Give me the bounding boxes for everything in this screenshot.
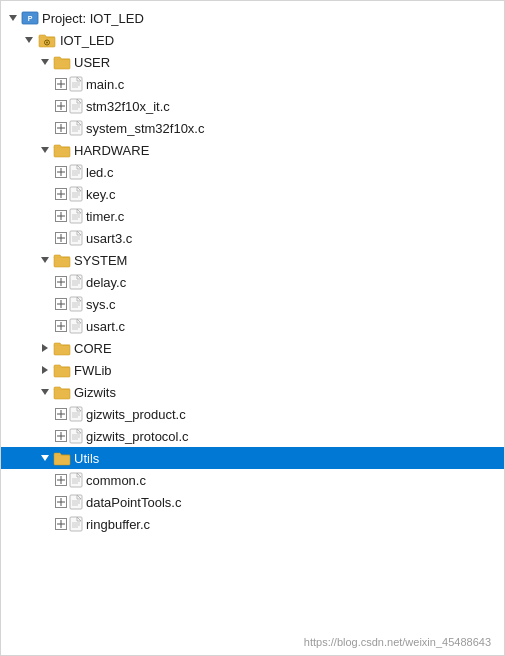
folder-icon [53, 252, 71, 268]
svg-rect-26 [70, 121, 82, 135]
tree-item-sys_c[interactable]: sys.c [1, 293, 504, 315]
expand-icon[interactable] [53, 186, 69, 202]
svg-rect-115 [70, 495, 82, 509]
tree-item-core[interactable]: CORE [1, 337, 504, 359]
tree-item-common_c[interactable]: common.c [1, 469, 504, 491]
expand-icon[interactable] [21, 32, 37, 48]
file-icon [69, 296, 83, 312]
file-icon [69, 208, 83, 224]
tree-item-usart_c[interactable]: usart.c [1, 315, 504, 337]
file-icon [69, 186, 83, 202]
svg-rect-35 [70, 165, 82, 179]
svg-marker-83 [42, 344, 48, 352]
root_folder-icon [37, 32, 57, 48]
item-label: usart3.c [86, 231, 132, 246]
expand-icon[interactable] [37, 362, 53, 378]
svg-rect-84 [54, 345, 70, 355]
item-label: common.c [86, 473, 146, 488]
expand-icon[interactable] [53, 208, 69, 224]
tree-item-gizwits[interactable]: Gizwits [1, 381, 504, 403]
expand-icon[interactable] [37, 54, 53, 70]
item-label: timer.c [86, 209, 124, 224]
svg-rect-65 [70, 275, 82, 289]
svg-rect-92 [70, 407, 82, 421]
tree-item-gizwits_product_c[interactable]: gizwits_product.c [1, 403, 504, 425]
svg-rect-79 [70, 319, 82, 333]
expand-icon[interactable] [5, 10, 21, 26]
tree-item-led_c[interactable]: led.c [1, 161, 504, 183]
tree-item-stm32f10x_it_c[interactable]: stm32f10x_it.c [1, 95, 504, 117]
svg-text:P: P [28, 15, 33, 22]
file-icon [69, 274, 83, 290]
expand-icon[interactable] [53, 98, 69, 114]
svg-rect-108 [70, 473, 82, 487]
tree-item-system_stm32f10x_c[interactable]: system_stm32f10x.c [1, 117, 504, 139]
folder-icon [53, 340, 71, 356]
tree-item-usart3_c[interactable]: usart3.c [1, 227, 504, 249]
item-label: stm32f10x_it.c [86, 99, 170, 114]
expand-icon[interactable] [37, 142, 53, 158]
expand-icon[interactable] [53, 120, 69, 136]
tree-item-user[interactable]: USER [1, 51, 504, 73]
file-icon [69, 98, 83, 114]
svg-rect-19 [70, 99, 82, 113]
tree-item-dataPointTools_c[interactable]: dataPointTools.c [1, 491, 504, 513]
project-icon: P [21, 10, 39, 26]
expand-icon[interactable] [53, 164, 69, 180]
expand-icon[interactable] [53, 76, 69, 92]
item-label: ringbuffer.c [86, 517, 150, 532]
expand-icon[interactable] [53, 318, 69, 334]
expand-icon[interactable] [37, 450, 53, 466]
svg-marker-87 [41, 389, 49, 395]
expand-icon[interactable] [53, 406, 69, 422]
expand-icon[interactable] [53, 516, 69, 532]
tree-item-gizwits_protocol_c[interactable]: gizwits_protocol.c [1, 425, 504, 447]
tree-item-main_c[interactable]: main.c [1, 73, 504, 95]
tree-item-hardware[interactable]: HARDWARE [1, 139, 504, 161]
tree-item-key_c[interactable]: key.c [1, 183, 504, 205]
expand-icon[interactable] [53, 230, 69, 246]
item-label: usart.c [86, 319, 125, 334]
svg-rect-8 [54, 59, 70, 69]
tree-item-utils[interactable]: Utils [1, 447, 504, 469]
expand-icon[interactable] [37, 384, 53, 400]
item-label: key.c [86, 187, 115, 202]
file-icon [69, 428, 83, 444]
tree-item-timer_c[interactable]: timer.c [1, 205, 504, 227]
item-label: system_stm32f10x.c [86, 121, 205, 136]
expand-icon[interactable] [37, 252, 53, 268]
folder-icon [53, 384, 71, 400]
expand-icon[interactable] [53, 472, 69, 488]
tree-item-system[interactable]: SYSTEM [1, 249, 504, 271]
svg-rect-104 [54, 455, 70, 465]
file-icon [69, 494, 83, 510]
file-icon [69, 516, 83, 532]
svg-marker-85 [42, 366, 48, 374]
project-tree[interactable]: P Project: IOT_LED IOT_LED USER main.c s… [0, 0, 505, 656]
item-label: IOT_LED [60, 33, 114, 48]
file-icon [69, 318, 83, 334]
svg-rect-56 [70, 231, 82, 245]
tree-item-ringbuffer_c[interactable]: ringbuffer.c [1, 513, 504, 535]
item-label: led.c [86, 165, 113, 180]
item-label: Gizwits [74, 385, 116, 400]
svg-rect-88 [54, 389, 70, 399]
expand-icon[interactable] [37, 340, 53, 356]
tree-item-iot_led_root[interactable]: IOT_LED [1, 29, 504, 51]
file-icon [69, 406, 83, 422]
svg-rect-72 [70, 297, 82, 311]
expand-icon[interactable] [53, 296, 69, 312]
svg-rect-61 [54, 257, 70, 267]
folder-icon [53, 362, 71, 378]
tree-item-delay_c[interactable]: delay.c [1, 271, 504, 293]
file-icon [69, 230, 83, 246]
expand-icon[interactable] [53, 494, 69, 510]
expand-icon[interactable] [53, 274, 69, 290]
item-label: delay.c [86, 275, 126, 290]
tree-item-project[interactable]: P Project: IOT_LED [1, 7, 504, 29]
expand-icon[interactable] [53, 428, 69, 444]
file-icon [69, 164, 83, 180]
svg-marker-3 [25, 37, 33, 43]
tree-item-fwlib[interactable]: FWLib [1, 359, 504, 381]
svg-marker-7 [41, 59, 49, 65]
